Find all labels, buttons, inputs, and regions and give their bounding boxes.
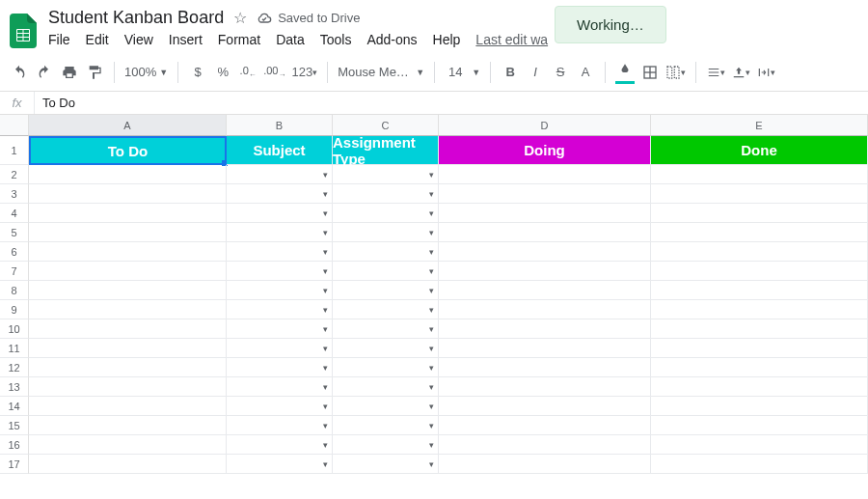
dropdown-arrow-icon[interactable]: ▾: [323, 382, 328, 392]
menu-view[interactable]: View: [124, 32, 153, 47]
row-header[interactable]: 7: [0, 262, 29, 281]
dropdown-arrow-icon[interactable]: ▾: [323, 208, 328, 218]
cell-C11[interactable]: ▾: [333, 339, 439, 358]
decrease-decimal-button[interactable]: .0←: [238, 61, 258, 84]
cell-D11[interactable]: [439, 339, 651, 358]
cell-A6[interactable]: [29, 242, 227, 262]
cell-C8[interactable]: ▾: [333, 281, 439, 300]
cell-B11[interactable]: ▾: [227, 339, 333, 358]
formula-input[interactable]: To Do: [35, 96, 868, 110]
row-header[interactable]: 6: [0, 242, 29, 262]
saved-to-drive[interactable]: Saved to Drive: [257, 11, 360, 26]
cell-C15[interactable]: ▾: [333, 416, 439, 435]
cell-B9[interactable]: ▾: [227, 300, 333, 319]
cell-E8[interactable]: [651, 281, 868, 300]
dropdown-arrow-icon[interactable]: ▾: [429, 170, 434, 180]
cell-A10[interactable]: [29, 319, 227, 339]
dropdown-arrow-icon[interactable]: ▾: [323, 363, 328, 373]
dropdown-arrow-icon[interactable]: ▾: [429, 228, 434, 237]
cell-C4[interactable]: ▾: [333, 204, 439, 223]
cell-E6[interactable]: [651, 242, 868, 262]
menu-data[interactable]: Data: [276, 32, 305, 47]
cell-C9[interactable]: ▾: [333, 300, 439, 319]
dropdown-arrow-icon[interactable]: ▾: [323, 344, 328, 353]
cell-D2[interactable]: [439, 165, 651, 184]
cell-D3[interactable]: [439, 184, 651, 204]
sheets-logo-icon[interactable]: [8, 12, 39, 50]
cell-E12[interactable]: [651, 358, 868, 377]
cell-B4[interactable]: ▾: [227, 204, 333, 223]
cell-D10[interactable]: [439, 319, 651, 339]
cell-D5[interactable]: [439, 223, 651, 242]
row-header[interactable]: 17: [0, 455, 29, 474]
cell-E16[interactable]: [651, 435, 868, 455]
cell-A15[interactable]: [29, 416, 227, 435]
cell-E10[interactable]: [651, 319, 868, 339]
cell-C7[interactable]: ▾: [333, 262, 439, 281]
cell-E15[interactable]: [651, 416, 868, 435]
cell-B14[interactable]: ▾: [227, 397, 333, 416]
row-header[interactable]: 11: [0, 339, 29, 358]
chevron-down-icon[interactable]: ▼: [472, 68, 480, 77]
cell-D17[interactable]: [439, 455, 651, 474]
cell-A12[interactable]: [29, 358, 227, 377]
cell-B5[interactable]: ▾: [227, 223, 333, 242]
cell-C2[interactable]: ▾: [333, 165, 439, 184]
horizontal-align-button[interactable]: ▾: [706, 61, 725, 84]
cell-C3[interactable]: ▾: [333, 184, 439, 204]
cell-C16[interactable]: ▾: [333, 435, 439, 455]
cell-A4[interactable]: [29, 204, 227, 223]
cell-C10[interactable]: ▾: [333, 319, 439, 339]
fill-color-button[interactable]: [615, 61, 635, 84]
cell-A13[interactable]: [29, 377, 227, 397]
dropdown-arrow-icon[interactable]: ▾: [429, 324, 434, 334]
cell-D6[interactable]: [439, 242, 651, 262]
format-percent-button[interactable]: %: [213, 61, 232, 84]
dropdown-arrow-icon[interactable]: ▾: [323, 266, 328, 276]
cell-D14[interactable]: [439, 397, 651, 416]
row-header[interactable]: 12: [0, 358, 29, 377]
star-icon[interactable]: ☆: [233, 9, 247, 27]
dropdown-arrow-icon[interactable]: ▾: [429, 286, 434, 295]
menu-tools[interactable]: Tools: [320, 32, 352, 47]
cell-D1[interactable]: Doing: [439, 136, 651, 165]
cell-B15[interactable]: ▾: [227, 416, 333, 435]
cell-C5[interactable]: ▾: [333, 223, 439, 242]
cell-E2[interactable]: [651, 165, 868, 184]
dropdown-arrow-icon[interactable]: ▾: [323, 247, 328, 257]
dropdown-arrow-icon[interactable]: ▾: [429, 421, 434, 430]
cell-C1[interactable]: Assignment Type: [333, 136, 439, 165]
dropdown-arrow-icon[interactable]: ▾: [429, 382, 434, 392]
dropdown-arrow-icon[interactable]: ▾: [429, 208, 434, 218]
cell-B17[interactable]: ▾: [227, 455, 333, 474]
text-wrap-button[interactable]: ▾: [756, 61, 775, 84]
column-header[interactable]: D: [439, 115, 651, 136]
row-header[interactable]: 10: [0, 319, 29, 339]
cell-C13[interactable]: ▾: [333, 377, 439, 397]
cell-D12[interactable]: [439, 358, 651, 377]
cell-E14[interactable]: [651, 397, 868, 416]
column-header[interactable]: A: [29, 115, 227, 136]
zoom-select[interactable]: 100%▼: [124, 65, 168, 79]
cell-B6[interactable]: ▾: [227, 242, 333, 262]
cell-D7[interactable]: [439, 262, 651, 281]
more-formats-button[interactable]: 123▾: [291, 61, 317, 84]
cell-A5[interactable]: [29, 223, 227, 242]
row-header[interactable]: 4: [0, 204, 29, 223]
dropdown-arrow-icon[interactable]: ▾: [323, 421, 328, 430]
column-header[interactable]: E: [651, 115, 868, 136]
row-header[interactable]: 14: [0, 397, 29, 416]
dropdown-arrow-icon[interactable]: ▾: [429, 363, 434, 373]
row-header[interactable]: 2: [0, 165, 29, 184]
dropdown-arrow-icon[interactable]: ▾: [323, 286, 328, 295]
vertical-align-button[interactable]: ▾: [731, 61, 750, 84]
cell-D15[interactable]: [439, 416, 651, 435]
last-edit-link[interactable]: Last edit wa: [475, 32, 548, 47]
cell-B10[interactable]: ▾: [227, 319, 333, 339]
dropdown-arrow-icon[interactable]: ▾: [429, 189, 434, 199]
redo-button[interactable]: [35, 61, 54, 84]
cell-E1[interactable]: Done: [651, 136, 868, 165]
cell-C14[interactable]: ▾: [333, 397, 439, 416]
column-header[interactable]: B: [227, 115, 333, 136]
dropdown-arrow-icon[interactable]: ▾: [323, 228, 328, 237]
